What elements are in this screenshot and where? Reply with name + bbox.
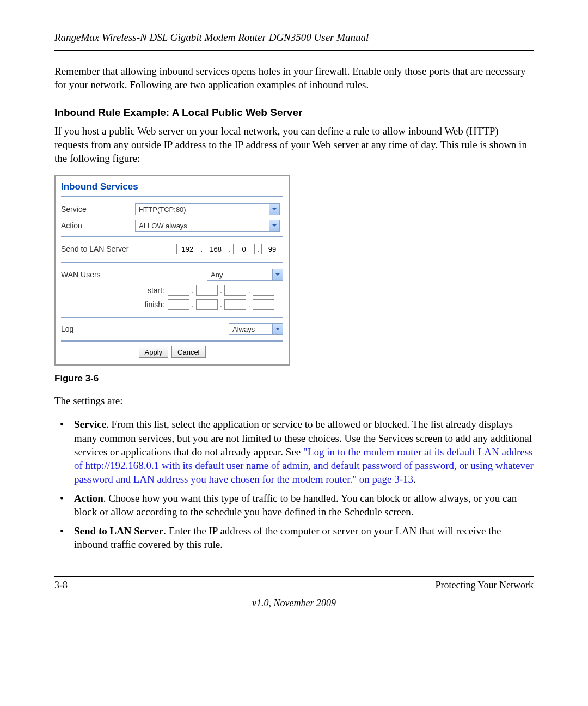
action-label: Action [61, 221, 135, 230]
footer-section-name: Protecting Your Network [436, 580, 534, 591]
wan-start-octet-1[interactable] [168, 285, 189, 296]
bullet-action: Action. Choose how you want this type of… [54, 491, 534, 519]
service-label: Service [61, 205, 135, 214]
header-rule [54, 50, 534, 51]
lan-ip-octet-3[interactable] [233, 244, 255, 254]
send-to-lan-label: Send to LAN Server [61, 245, 135, 253]
service-select[interactable]: HTTP(TCP:80) [135, 203, 280, 215]
cancel-button[interactable]: Cancel [171, 346, 205, 358]
wan-finish-octet-3[interactable] [224, 299, 246, 310]
dot: . [246, 300, 253, 309]
action-select[interactable]: ALLOW always [135, 220, 280, 232]
service-select-value: HTTP(TCP:80) [139, 205, 186, 214]
action-select-value: ALLOW always [139, 222, 187, 230]
dot: . [255, 245, 261, 253]
dialog-separator [61, 340, 283, 342]
wan-finish-label: finish: [61, 300, 168, 309]
dot: . [198, 245, 205, 253]
log-label: Log [61, 325, 135, 333]
wan-start-octet-3[interactable] [224, 285, 246, 296]
bullet-service-tail: . [413, 473, 416, 485]
dialog-separator [61, 317, 283, 318]
lan-ip-octet-1[interactable] [176, 244, 198, 254]
bullet-lan-term: Send to LAN Server [74, 525, 163, 537]
wan-start-octet-2[interactable] [196, 285, 218, 296]
footer-rule [54, 576, 534, 577]
chevron-down-icon [269, 220, 279, 231]
inbound-rule-example-heading: Inbound Rule Example: A Local Public Web… [54, 107, 534, 119]
dialog-separator [61, 262, 283, 263]
chevron-down-icon [272, 324, 283, 334]
log-select-value: Always [232, 325, 255, 333]
wan-finish-octet-2[interactable] [196, 299, 218, 310]
dialog-title: Inbound Services [61, 180, 283, 196]
dialog-separator [61, 236, 283, 237]
wan-users-select-value: Any [211, 271, 223, 279]
footer-version: v1.0, November 2009 [54, 598, 534, 609]
dot: . [218, 286, 224, 295]
lan-ip-octet-2[interactable] [205, 244, 226, 254]
bullet-service-term: Service [74, 418, 106, 430]
dot: . [189, 286, 196, 295]
wan-users-label: WAN Users [61, 270, 135, 279]
settings-intro: The settings are: [54, 394, 534, 407]
bullet-action-term: Action [74, 492, 103, 504]
page-number: 3-8 [54, 580, 68, 591]
lan-ip-group: . . . [176, 244, 283, 254]
log-select[interactable]: Always [229, 323, 283, 335]
bullet-action-text: . Choose how you want this type of traff… [74, 492, 517, 518]
intro-paragraph: Remember that allowing inbound services … [54, 64, 534, 92]
wan-users-select[interactable]: Any [207, 269, 283, 281]
figure-caption: Figure 3-6 [54, 373, 534, 384]
bullet-lan: Send to LAN Server. Enter the IP address… [54, 524, 534, 551]
dialog-separator [61, 196, 283, 197]
bullet-service: Service. From this list, select the appl… [54, 417, 534, 485]
chevron-down-icon [272, 269, 283, 280]
chevron-down-icon [269, 204, 279, 215]
dot: . [218, 300, 224, 309]
dot: . [189, 300, 196, 309]
section-body-paragraph: If you host a public Web server on your … [54, 124, 534, 165]
apply-button[interactable]: Apply [139, 346, 169, 358]
wan-start-octet-4[interactable] [253, 285, 274, 296]
dot: . [226, 245, 233, 253]
wan-start-label: start: [61, 286, 168, 295]
wan-finish-octet-1[interactable] [168, 299, 189, 310]
dot: . [246, 286, 253, 295]
page-header-title: RangeMax Wireless-N DSL Gigabit Modem Ro… [54, 32, 534, 44]
wan-finish-octet-4[interactable] [253, 299, 274, 310]
lan-ip-octet-4[interactable] [261, 244, 283, 254]
inbound-services-dialog: Inbound Services Service HTTP(TCP:80) Ac… [54, 175, 290, 366]
